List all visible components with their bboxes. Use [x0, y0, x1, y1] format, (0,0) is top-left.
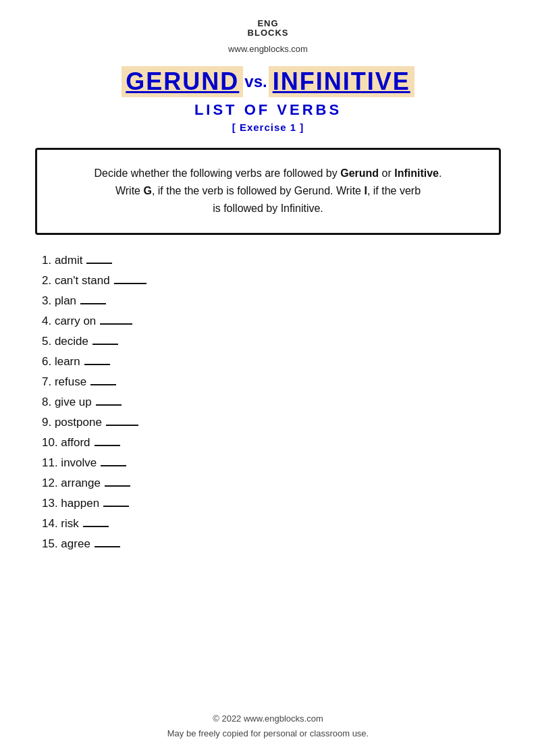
list-item: 3. plan: [42, 294, 501, 308]
answer-blank: [80, 303, 106, 304]
answer-blank: [105, 485, 130, 487]
verb-number: 9. postpone: [42, 416, 102, 429]
list-item: 14. risk: [42, 517, 501, 531]
list-item: 7. refuse: [42, 375, 501, 389]
list-item: 8. give up: [42, 396, 501, 409]
verb-number: 14. risk: [42, 517, 79, 531]
logo-eng: ENG: [257, 19, 278, 28]
title-gerund: GERUND: [122, 66, 243, 97]
answer-blank: [84, 364, 110, 365]
answer-blank: [114, 283, 146, 284]
verb-number: 3. plan: [42, 294, 76, 308]
verb-number: 2. can't stand: [42, 274, 110, 288]
verb-number: 8. give up: [42, 396, 92, 409]
answer-blank: [101, 465, 126, 466]
answer-blank: [96, 404, 122, 406]
list-item: 13. happen: [42, 497, 501, 510]
list-item: 15. agree: [42, 537, 501, 551]
footer-note: May be freely copied for personal or cla…: [167, 726, 369, 741]
list-item: 10. afford: [42, 436, 501, 450]
page-footer: © 2022 www.engblocks.com May be freely c…: [167, 711, 369, 756]
website-url: www.engblocks.com: [228, 44, 308, 54]
list-item: 12. arrange: [42, 477, 501, 490]
subtitle-exercise: [ Exercise 1 ]: [232, 122, 304, 133]
answer-blank: [95, 445, 120, 446]
verb-number: 5. decide: [42, 335, 88, 348]
list-item: 9. postpone: [42, 416, 501, 429]
verb-number: 12. arrange: [42, 477, 101, 490]
instruction-text: Decide whether the following verbs are f…: [95, 167, 442, 215]
main-title: GERUND vs. INFINITIVE: [122, 66, 414, 97]
list-item: 5. decide: [42, 335, 501, 348]
verb-number: 1. admit: [42, 254, 82, 267]
title-infinitive: INFINITIVE: [269, 66, 414, 97]
title-vs: vs.: [244, 72, 267, 91]
verb-number: 11. involve: [42, 456, 97, 470]
answer-blank: [83, 526, 109, 527]
answer-blank: [103, 506, 129, 507]
verb-number: 15. agree: [42, 537, 90, 551]
verb-number: 4. carry on: [42, 315, 96, 328]
verb-number: 7. refuse: [42, 375, 86, 389]
verb-number: 13. happen: [42, 497, 99, 510]
answer-blank: [106, 425, 138, 426]
verb-number: 10. afford: [42, 436, 90, 450]
copyright: © 2022 www.engblocks.com: [167, 711, 369, 726]
list-item: 2. can't stand: [42, 274, 501, 288]
answer-blank: [90, 384, 116, 385]
instruction-box: Decide whether the following verbs are f…: [35, 148, 501, 235]
list-item: 11. involve: [42, 456, 501, 470]
logo-blocks: BLOCKS: [248, 28, 289, 38]
list-item: 1. admit: [42, 254, 501, 267]
logo: ENG BLOCKS: [248, 19, 289, 38]
verb-number: 6. learn: [42, 355, 80, 369]
page-header: ENG BLOCKS www.engblocks.com GERUND vs. …: [122, 19, 414, 148]
subtitle-list: LIST OF VERBS: [194, 101, 342, 119]
verb-list: 1. admit 2. can't stand 3. plan 4. carry…: [35, 254, 501, 558]
list-item: 6. learn: [42, 355, 501, 369]
answer-blank: [100, 323, 132, 325]
answer-blank: [86, 263, 112, 264]
answer-blank: [92, 344, 118, 345]
answer-blank: [95, 546, 120, 547]
list-item: 4. carry on: [42, 315, 501, 328]
